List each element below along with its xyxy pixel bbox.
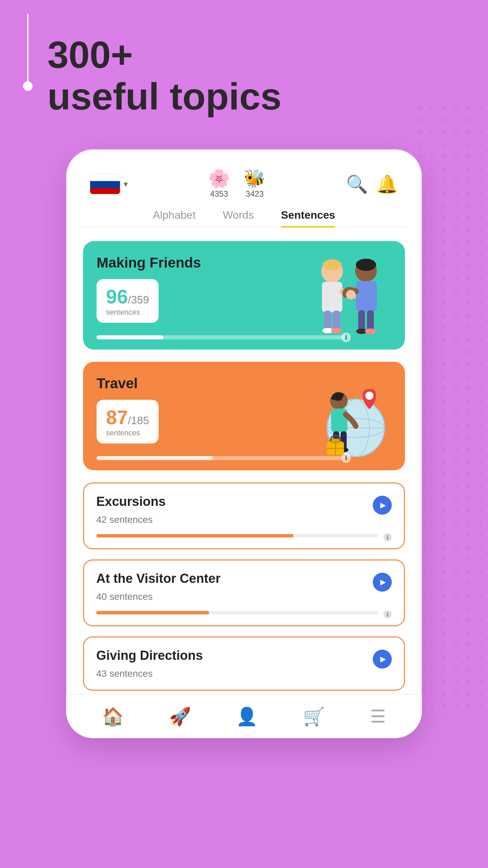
flag-white-stripe [90,174,120,181]
making-friends-progress-label: sentences [106,308,149,317]
excursions-title: Excursions [96,494,392,509]
svg-rect-9 [356,281,377,312]
menu-icon: ☰ [370,706,386,727]
header-section: 300+ useful topics [0,0,488,117]
giving-directions-card[interactable]: Giving Directions 43 sentences [83,636,405,691]
giving-directions-title: Giving Directions [96,648,392,663]
excursions-progress-bar-fill [96,534,293,537]
dropdown-arrow-icon: ▾ [124,179,128,189]
visitor-center-sentences: 40 sentences [96,591,392,602]
rocket-icon: 🚀 [169,706,191,727]
visitor-center-progress-bar-fill [96,611,209,614]
phone-frame: ▾ 🌸 4353 🐝 3423 🔍 🔔 Alphabet [66,149,422,738]
bottom-navigation: 🏠 🚀 👤 🛒 ☰ [66,694,422,738]
dot-pattern-decoration [413,102,488,712]
page-title: 300+ useful topics [47,34,488,117]
bee-count: 3423 [246,189,264,199]
travel-stats: 87/185 sentences [97,400,159,443]
bottom-nav-home[interactable]: 🏠 [102,706,124,727]
excursions-card[interactable]: Excursions 42 sentences ℹ [83,482,405,549]
excursions-progress-row: ℹ [96,533,392,548]
svg-rect-2 [322,282,342,312]
flag-blue-stripe [90,181,120,188]
home-icon: 🏠 [102,706,124,727]
search-icon[interactable]: 🔍 [346,174,368,195]
excursions-info-button[interactable]: ℹ [384,533,392,541]
giving-directions-sentences: 43 sentences [96,668,392,679]
bottom-nav-rocket[interactable]: 🚀 [169,706,191,727]
excursions-progress-bar-container [96,534,378,537]
bottom-nav-cart[interactable]: 🛒 [303,706,325,727]
travel-progress-label: sentences [106,429,149,437]
svg-point-19 [365,392,373,400]
svg-point-1 [323,259,342,270]
language-selector[interactable]: ▾ [90,174,128,194]
making-friends-progress-bar-container [97,335,344,339]
making-friends-progress-current: 96 [106,285,128,308]
nav-bar: ▾ 🌸 4353 🐝 3423 🔍 🔔 [83,166,405,205]
svg-rect-11 [367,310,374,331]
tab-words[interactable]: Words [223,209,254,227]
russian-flag [90,174,120,194]
center-nav-icons: 🌸 4353 🐝 3423 [208,170,266,199]
bell-icon[interactable]: 🔔 [376,174,398,195]
tab-sentences[interactable]: Sentences [281,209,335,227]
person-icon: 👤 [236,706,258,727]
travel-info-button[interactable]: ℹ [341,453,351,463]
making-friends-stats: 96/359 sentences [97,279,159,323]
making-friends-card[interactable]: Making Friends 96/359 sentences [83,241,405,350]
making-friends-illustration [300,248,395,343]
making-friends-info-button[interactable]: ℹ [341,333,351,342]
travel-card[interactable]: Travel 87/185 sentences [83,362,405,470]
travel-progress-total: /185 [128,414,149,427]
cart-icon: 🛒 [303,706,325,727]
bee-icon: 🐝 [244,170,266,187]
visitor-center-progress-bar-container [96,611,378,614]
flower-count: 4353 [210,189,228,199]
svg-point-8 [356,259,376,271]
flower-count-item: 🌸 4353 [208,170,230,199]
making-friends-progress-total: /359 [128,294,149,306]
bottom-nav-profile[interactable]: 👤 [236,706,258,727]
visitor-center-card[interactable]: At the Visitor Center 40 sentences ℹ [83,559,405,626]
svg-point-13 [365,329,376,334]
bee-count-item: 🐝 3423 [244,170,266,199]
giving-directions-play-button[interactable] [373,650,392,669]
excursions-sentences: 42 sentences [96,514,392,525]
visitor-center-progress-row: ℹ [96,610,392,625]
svg-point-14 [346,290,355,299]
bottom-nav-menu[interactable]: ☰ [370,706,386,727]
headline-line2: useful topics [47,75,282,118]
travel-progress-current: 87 [106,406,128,428]
phone-mockup: ▾ 🌸 4353 🐝 3423 🔍 🔔 Alphabet [66,149,422,738]
right-nav-icons: 🔍 🔔 [346,174,398,195]
tab-alphabet[interactable]: Alphabet [153,209,196,227]
flower-icon: 🌸 [208,170,230,187]
svg-rect-10 [358,310,365,331]
excursions-play-button[interactable] [373,496,392,515]
tab-bar: Alphabet Words Sentences [83,209,405,228]
visitor-center-play-button[interactable] [373,573,392,592]
flag-red-stripe [90,188,120,194]
svg-point-6 [331,328,342,333]
making-friends-progress-bar-fill [97,335,163,339]
visitor-center-title: At the Visitor Center [96,571,392,586]
travel-progress-bar-container [97,456,344,460]
headline-line1: 300+ [47,34,133,76]
visitor-center-info-button[interactable]: ℹ [384,610,392,618]
travel-illustration [303,369,398,463]
travel-progress-bar-fill [97,456,213,460]
